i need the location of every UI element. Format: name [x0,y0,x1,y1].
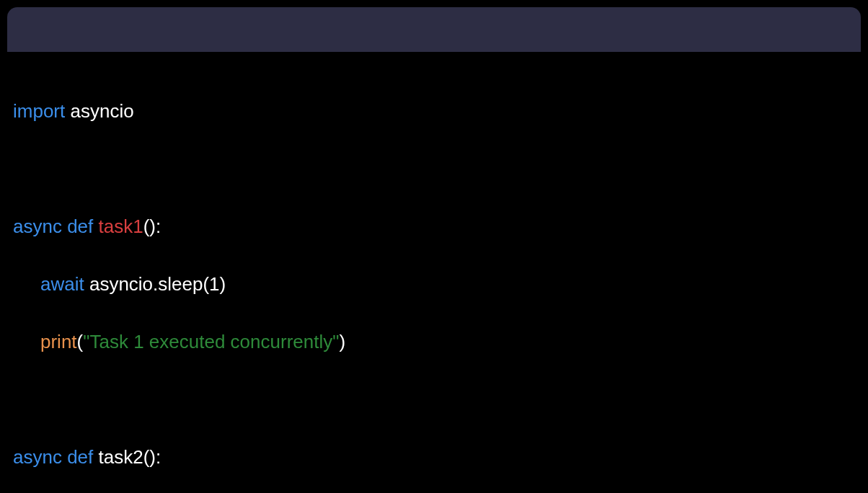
keyword-def: def [62,446,99,468]
code-block-header [7,7,861,52]
code-area: import asyncio async def task1(): await … [0,52,868,493]
keyword-def: def [62,216,99,237]
code-line-blank [13,385,855,414]
code-text: (): [143,446,161,468]
code-text: (): [143,216,161,237]
paren: ( [77,331,84,352]
code-line: import asyncio [13,97,855,125]
keyword-await: await [40,273,84,295]
funcname-task2: task2 [99,446,143,468]
builtin-print: print [40,331,77,352]
code-line: print("Task 1 executed concurrently") [13,327,855,356]
code-block-container: import asyncio async def task1(): await … [0,0,868,493]
keyword-async: async [13,216,62,237]
keyword-import: import [13,100,65,122]
code-line: async def task2(): [13,443,855,471]
funcname-task1: task1 [99,216,143,237]
paren: ) [339,331,345,352]
string-literal: "Task 1 executed concurrently" [83,331,339,352]
code-text: asyncio [65,100,133,122]
code-line: await asyncio.sleep(1) [13,270,855,298]
code-line-blank [13,154,855,183]
code-line: async def task1(): [13,212,855,241]
keyword-async: async [13,446,62,468]
code-text: asyncio.sleep(1) [84,273,226,295]
